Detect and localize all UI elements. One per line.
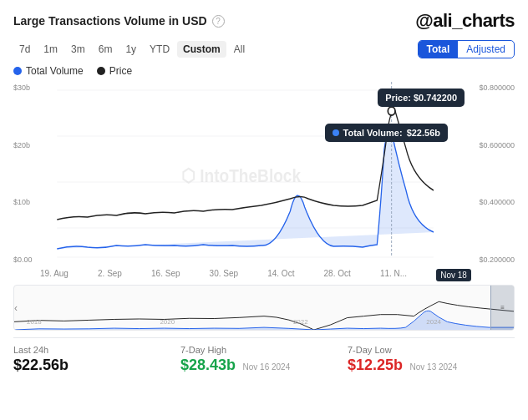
- tooltip-price-label: Price:: [385, 93, 414, 103]
- main-chart: $30b $20b $10b $0.00 $0.800000 $0.600000…: [13, 82, 515, 266]
- stat-value-last24h: $22.56b: [13, 357, 180, 374]
- legend-label-price: Price: [109, 65, 132, 77]
- date-oct14: 14. Oct: [267, 269, 294, 281]
- stat-value-7day-low: $12.25b Nov 13 2024: [348, 357, 515, 374]
- chart-title: Large Transactions Volume in USD: [13, 14, 207, 28]
- date-oct28: 28. Oct: [324, 269, 351, 281]
- date-sep30: 30. Sep: [210, 269, 238, 281]
- stat-7day-high: 7-Day High $28.43b Nov 16 2024: [180, 345, 348, 374]
- y-left-30b: $30b: [13, 83, 33, 92]
- tooltip-volume-label: Total Volume:: [343, 128, 403, 138]
- stat-value-7day-high: $28.43b Nov 16 2024: [180, 357, 348, 374]
- date-sep16: 16. Sep: [151, 269, 180, 281]
- time-btn-1m[interactable]: 1m: [38, 41, 63, 58]
- y-left-10b: $10b: [13, 198, 33, 206]
- tooltip-price-value: $0.742200: [414, 93, 457, 103]
- legend: Total Volume Price: [13, 65, 515, 77]
- svg-text:2018: 2018: [27, 318, 42, 326]
- tooltip-dot: [333, 129, 339, 136]
- y-right-0.4: $0.400000: [479, 198, 515, 206]
- y-right-0.6: $0.600000: [479, 141, 515, 149]
- y-left-20b: $20b: [13, 141, 33, 149]
- legend-dot-price: [97, 67, 105, 75]
- main-container: Large Transactions Volume in USD ? @ali_…: [0, 0, 528, 420]
- controls-row: 7d 1m 3m 6m 1y YTD Custom All Total Adju…: [13, 40, 515, 58]
- legend-item-volume: Total Volume: [13, 65, 84, 77]
- time-btn-3m[interactable]: 3m: [65, 41, 91, 58]
- view-toggle: Total Adjusted: [418, 40, 515, 58]
- time-btn-7d[interactable]: 7d: [13, 41, 36, 58]
- svg-point-7: [388, 107, 395, 115]
- legend-dot-volume: [13, 67, 22, 75]
- y-axis-left: $30b $20b $10b $0.00: [13, 82, 33, 266]
- stat-amount-last24h: $22.56b: [13, 357, 69, 373]
- y-axis-right: $0.800000 $0.600000 $0.400000 $0.200000: [479, 82, 515, 266]
- legend-item-price: Price: [97, 65, 132, 77]
- stat-amount-7day-high: $28.43b: [180, 357, 236, 373]
- mini-nav-left[interactable]: ‹: [14, 302, 18, 314]
- svg-text:2024: 2024: [426, 318, 441, 326]
- time-btn-all[interactable]: All: [228, 41, 251, 58]
- date-sep2: 2. Sep: [98, 269, 122, 281]
- stats-row: Last 24h $22.56b 7-Day High $28.43b Nov …: [13, 337, 515, 374]
- legend-label-volume: Total Volume: [26, 65, 84, 77]
- mini-scroll-handle[interactable]: ≡: [490, 286, 514, 330]
- mini-chart-svg: 2018 2020 2022 2024: [14, 286, 514, 330]
- time-btn-1y[interactable]: 1y: [119, 41, 142, 58]
- svg-text:⬡ IntoTheBlock: ⬡ IntoTheBlock: [181, 165, 301, 186]
- tooltip-price: Price: $0.742200: [378, 89, 465, 107]
- view-btn-adjusted[interactable]: Adjusted: [458, 41, 514, 58]
- stat-amount-7day-low: $12.25b: [348, 357, 403, 373]
- date-aug19: 19. Aug: [40, 269, 69, 281]
- y-right-0.2: $0.200000: [479, 256, 515, 264]
- watermark: @ali_charts: [415, 10, 515, 32]
- tooltip-volume-value: $22.56b: [407, 128, 440, 138]
- view-btn-total[interactable]: Total: [419, 41, 459, 58]
- mini-chart[interactable]: 2018 2020 2022 2024 ≡ ‹: [13, 285, 515, 331]
- time-btn-ytd[interactable]: YTD: [144, 41, 175, 58]
- date-nov11: 11. N...: [380, 269, 407, 281]
- stat-meta-7day-high: Nov 16 2024: [243, 362, 291, 372]
- stat-last24h: Last 24h $22.56b: [13, 345, 180, 374]
- chart-svg: ⬡ IntoTheBlock: [13, 82, 515, 266]
- date-labels: 19. Aug 2. Sep 16. Sep 30. Sep 14. Oct 2…: [13, 269, 515, 281]
- svg-text:2022: 2022: [293, 318, 308, 326]
- time-btn-6m[interactable]: 6m: [93, 41, 119, 58]
- stat-label-7day-low: 7-Day Low: [348, 345, 515, 355]
- stat-meta-7day-low: Nov 13 2024: [410, 362, 458, 372]
- stat-7day-low: 7-Day Low $12.25b Nov 13 2024: [348, 345, 515, 374]
- y-left-0: $0.00: [13, 256, 33, 264]
- scroll-bars: ≡: [500, 304, 505, 311]
- stat-label-last24h: Last 24h: [13, 345, 180, 355]
- svg-text:2020: 2020: [160, 318, 175, 326]
- header-left: Large Transactions Volume in USD ?: [13, 14, 225, 28]
- stat-label-7day-high: 7-Day High: [180, 345, 348, 355]
- header: Large Transactions Volume in USD ? @ali_…: [13, 10, 515, 32]
- time-filters: 7d 1m 3m 6m 1y YTD Custom All: [13, 41, 251, 58]
- time-btn-custom[interactable]: Custom: [177, 41, 226, 58]
- scroll-arrows: ≡: [500, 304, 505, 311]
- date-nov18: Nov 18: [436, 269, 471, 281]
- tooltip-volume: Total Volume: $22.56b: [325, 124, 448, 142]
- info-icon[interactable]: ?: [212, 15, 225, 28]
- y-right-0.8: $0.800000: [479, 83, 515, 92]
